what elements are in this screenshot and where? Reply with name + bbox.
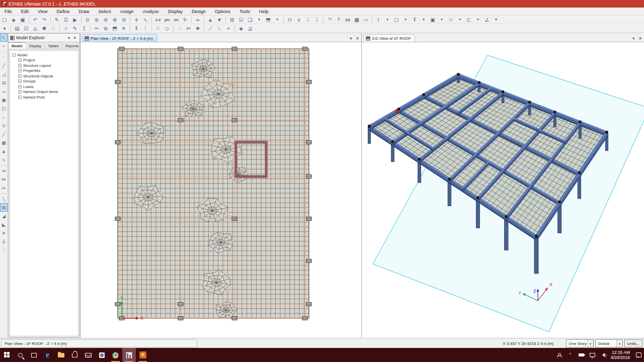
mesh-quads-icon[interactable]: ▤: [13, 25, 21, 32]
elev-ref-1-icon[interactable]: ⌶: [304, 16, 312, 24]
plan-view-canvas[interactable]: XY: [80, 42, 362, 338]
tree-item[interactable]: +Properties: [12, 68, 78, 74]
divide-frames-icon[interactable]: ✱: [40, 25, 48, 32]
select-previous-icon[interactable]: PS: [0, 175, 8, 184]
edge-app[interactable]: e: [41, 348, 54, 362]
snap-lines-icon[interactable]: ┼: [0, 237, 8, 246]
draw-spline-icon[interactable]: ∿: [0, 155, 8, 164]
object-view-icon[interactable]: ∞: [194, 16, 202, 24]
menu-design[interactable]: Design: [187, 8, 210, 15]
snap-ends-icon[interactable]: ╲: [0, 195, 8, 203]
battery-icon[interactable]: [576, 348, 587, 362]
menu-analyze[interactable]: Analyze: [138, 8, 163, 15]
mesh-drop-icon[interactable]: ◬: [31, 25, 39, 32]
draw-link-icon[interactable]: ╱: [0, 130, 8, 138]
menu-select[interactable]: Select: [94, 8, 115, 15]
ls-drop-icon[interactable]: ▾: [474, 16, 482, 24]
draw-limits-icon[interactable]: ⊓: [286, 16, 294, 24]
ts-drop-icon[interactable]: ▾: [420, 16, 428, 24]
action-center-icon[interactable]: [633, 348, 644, 362]
quick-draw-secondary-icon[interactable]: ▭: [0, 87, 8, 96]
mail-app[interactable]: [82, 348, 95, 362]
task-view-button[interactable]: [27, 348, 41, 362]
tree-item[interactable]: +Structural Objects: [12, 73, 78, 79]
ss-drop-icon[interactable]: ▾: [401, 16, 410, 24]
draw-frame-icon[interactable]: ╱: [0, 61, 8, 70]
expand-icon[interactable]: +: [18, 58, 22, 62]
fs-drop-icon[interactable]: ▾: [383, 16, 391, 24]
menu-file[interactable]: File: [0, 8, 17, 15]
collapse-expander-icon[interactable]: −: [12, 53, 16, 57]
zoom-in-icon[interactable]: ⊕: [111, 16, 119, 24]
more-drop-icon[interactable]: ▾: [1, 25, 9, 32]
menu-assign[interactable]: Assign: [115, 8, 138, 15]
select-all-dots-icon[interactable]: ∴: [176, 25, 184, 32]
nd-mode-icon[interactable]: nd: [362, 16, 370, 24]
menu-edit[interactable]: Edit: [17, 8, 34, 15]
tendon-section-icon[interactable]: Ŧ: [411, 16, 419, 24]
rubber-band-zoom-icon[interactable]: ⊙: [84, 16, 92, 24]
run-analysis-icon[interactable]: ▶: [71, 16, 79, 24]
restore-full-view-icon[interactable]: ⊚: [93, 16, 101, 24]
clear-selection-icon[interactable]: clr: [0, 184, 8, 192]
plan-view-tab[interactable]: Plan View - 1F ROOF - Z = 9.4 (m): [82, 34, 157, 42]
quick-draw-floor-icon[interactable]: ◰: [0, 104, 8, 113]
explorer-tab-display[interactable]: Display: [26, 42, 45, 49]
drop-2-icon[interactable]: ▾: [273, 16, 281, 24]
tree-item[interactable]: +Loads: [12, 84, 78, 89]
flip-c-icon[interactable]: ⌿: [224, 25, 232, 32]
snap-grid-icon[interactable]: ✎: [71, 25, 79, 32]
quick-draw-frame-icon[interactable]: ◿: [0, 70, 8, 78]
expand-icon[interactable]: +: [18, 96, 22, 99]
expand-icon[interactable]: +: [18, 85, 22, 88]
volume-icon[interactable]: ): [598, 348, 609, 362]
tray-chevron-icon[interactable]: ⌃: [565, 348, 576, 362]
plan-view-icon[interactable]: pln: [163, 16, 171, 24]
previous-zoom-icon[interactable]: ⊘: [102, 16, 110, 24]
store-app[interactable]: [68, 348, 82, 362]
tree-item[interactable]: +Project: [12, 58, 78, 63]
extruded-cube-icon[interactable]: ⬒: [264, 16, 272, 24]
search-button[interactable]: [14, 348, 27, 362]
draw-wall-icon[interactable]: ⌐: [0, 113, 8, 121]
towers-icon[interactable]: ‖: [132, 25, 140, 32]
save-model-icon[interactable]: ▣: [19, 16, 27, 24]
elevation-view-icon[interactable]: elv: [172, 16, 180, 24]
snap-percent-icon[interactable]: ⁒: [80, 25, 88, 32]
da-drop-icon[interactable]: ▾: [492, 16, 500, 24]
frame-assign-icon[interactable]: ⋈: [344, 16, 352, 24]
chrome-app[interactable]: [109, 348, 122, 362]
link-section-icon[interactable]: ⊏: [465, 16, 473, 24]
threed-view-close-button[interactable]: ✕: [636, 36, 644, 42]
new-model-icon[interactable]: ▢: [1, 16, 9, 24]
quick-draw-braces-icon[interactable]: ⊟: [0, 78, 8, 87]
menu-define[interactable]: Define: [52, 8, 74, 15]
recorder-app[interactable]: [136, 348, 149, 362]
file-explorer-app[interactable]: [54, 348, 68, 362]
pan-icon[interactable]: ✛: [132, 16, 140, 24]
draw-check-icon[interactable]: ∨: [295, 16, 303, 24]
menu-help[interactable]: Help: [255, 8, 273, 15]
select-poly-icon[interactable]: ◇: [163, 25, 171, 32]
replicate-icon[interactable]: ◈: [237, 25, 245, 32]
menu-display[interactable]: Display: [163, 8, 187, 15]
menu-view[interactable]: View: [33, 8, 52, 15]
snap-intersections-icon[interactable]: ⊞: [0, 203, 8, 212]
zoom-out-icon[interactable]: ⊖: [120, 16, 128, 24]
copy-icon[interactable]: ⧉: [102, 25, 110, 32]
redo-icon[interactable]: ↷: [40, 16, 48, 24]
draw-joint-icon[interactable]: ·: [0, 53, 8, 61]
explorer-tab-tables[interactable]: Tables: [45, 42, 62, 49]
wall-section-icon[interactable]: ▣: [429, 16, 437, 24]
rs-drop-icon[interactable]: ▾: [456, 16, 464, 24]
frame-77-icon[interactable]: ᄁ: [326, 16, 334, 24]
shrink-up-icon[interactable]: ▲: [206, 16, 214, 24]
ws-drop-icon[interactable]: ▾: [438, 16, 446, 24]
select-fence-icon[interactable]: ⁞: [141, 25, 149, 32]
select-pointer-icon[interactable]: ↖: [0, 33, 8, 42]
draw-ramp-icon[interactable]: ▲: [0, 147, 8, 155]
elev-ref-2-icon[interactable]: ⌶: [313, 16, 321, 24]
explorer-collapse-button[interactable]: ▾: [66, 36, 71, 40]
tree-item[interactable]: +Structure Layout: [12, 63, 78, 68]
select-list-icon[interactable]: ⊨: [185, 25, 193, 32]
